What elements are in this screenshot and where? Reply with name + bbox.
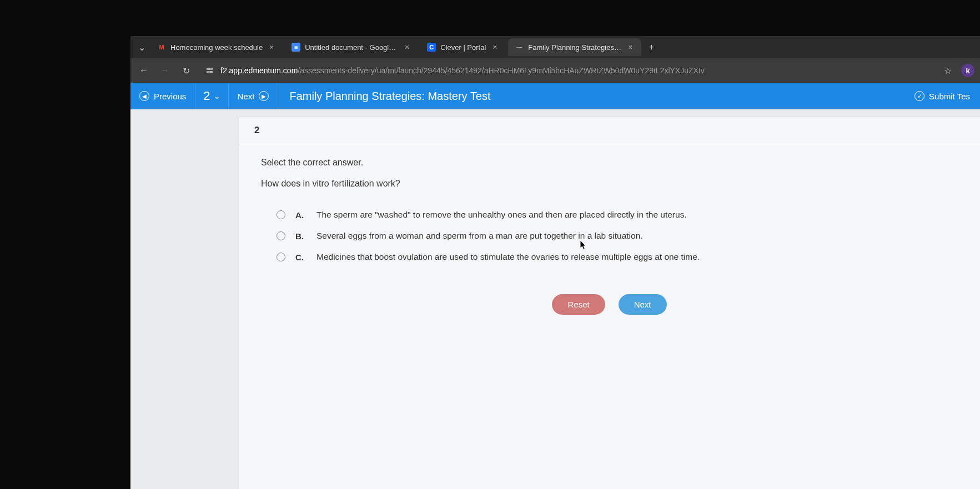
answer-letter: C.: [295, 253, 306, 262]
close-icon[interactable]: ×: [403, 43, 411, 52]
action-buttons: Reset Next: [261, 294, 958, 315]
next-button[interactable]: Next ▶: [229, 83, 279, 109]
question-card: 2 Select the correct answer. How does in…: [239, 117, 980, 489]
radio-icon: [277, 210, 285, 219]
next-question-button[interactable]: Next: [619, 294, 667, 315]
tab-title: Untitled document - Google D: [305, 43, 398, 52]
site-settings-icon[interactable]: [205, 65, 215, 75]
radio-icon: [277, 231, 285, 240]
answer-option-a[interactable]: A. The sperm are "washed" to remove the …: [277, 204, 958, 225]
extension-icon[interactable]: k: [961, 64, 974, 77]
reset-button[interactable]: Reset: [552, 294, 605, 315]
favicon-gmail: M: [157, 43, 166, 52]
arrow-left-icon: ◀: [139, 91, 149, 101]
tab-strip: ⌄ M Homecoming week schedule × ≡ Untitle…: [130, 36, 980, 58]
current-question-number: 2: [203, 89, 210, 103]
submit-label: Submit Tes: [929, 92, 970, 101]
radio-icon: [277, 253, 285, 261]
answer-text: Medicines that boost ovulation are used …: [316, 252, 700, 262]
forward-button[interactable]: →: [157, 63, 173, 78]
answer-options: A. The sperm are "washed" to remove the …: [277, 204, 958, 268]
address-bar: ← → ↻ f2.app.edmentum.com/assessments-de…: [130, 58, 980, 83]
svg-point-2: [208, 68, 210, 70]
tab-clever[interactable]: C Clever | Portal ×: [420, 38, 506, 56]
check-icon: ✓: [914, 91, 924, 101]
question-text: How does in vitro fertilization work?: [261, 179, 958, 189]
answer-text: Several eggs from a woman and sperm from…: [316, 231, 643, 241]
answer-letter: A.: [295, 210, 306, 220]
answer-text: The sperm are "washed" to remove the unh…: [316, 210, 687, 220]
next-label: Next: [238, 92, 255, 101]
url-text: f2.app.edmentum.com/assessments-delivery…: [220, 66, 705, 75]
tab-google-docs[interactable]: ≡ Untitled document - Google D ×: [285, 38, 418, 56]
tab-title: Homecoming week schedule: [170, 43, 263, 52]
question-number-bar: 2: [239, 117, 980, 144]
chevron-down-icon: ⌄: [138, 42, 145, 53]
answer-option-b[interactable]: B. Several eggs from a woman and sperm f…: [277, 225, 958, 246]
previous-label: Previous: [154, 92, 186, 101]
submit-test-button[interactable]: ✓ Submit Tes: [904, 83, 980, 109]
close-icon[interactable]: ×: [267, 43, 276, 52]
new-tab-button[interactable]: +: [644, 39, 659, 55]
close-icon[interactable]: ×: [626, 43, 635, 52]
svg-point-3: [210, 72, 212, 73]
tab-title: Clever | Portal: [440, 43, 486, 52]
back-button[interactable]: ←: [136, 63, 152, 78]
favicon-clever: C: [427, 43, 436, 52]
close-icon[interactable]: ×: [490, 43, 499, 52]
answer-letter: B.: [295, 231, 306, 241]
tab-title: Family Planning Strategies: M: [528, 43, 621, 52]
question-selector[interactable]: 2 ⌄: [195, 83, 228, 109]
question-body: Select the correct answer. How does in v…: [239, 144, 980, 337]
tab-edmentum[interactable]: — Family Planning Strategies: M ×: [508, 38, 641, 56]
chevron-down-icon: ⌄: [214, 92, 220, 100]
content-area: 2 Select the correct answer. How does in…: [130, 109, 980, 489]
favicon-edmentum: —: [515, 43, 524, 52]
browser-window: ⌄ M Homecoming week schedule × ≡ Untitle…: [130, 36, 980, 489]
reload-button[interactable]: ↻: [178, 63, 194, 78]
answer-option-c[interactable]: C. Medicines that boost ovulation are us…: [277, 246, 958, 268]
left-gutter: [130, 109, 239, 489]
tab-gmail[interactable]: M Homecoming week schedule ×: [150, 38, 283, 56]
question-instruction: Select the correct answer.: [261, 158, 958, 168]
tab-search-button[interactable]: ⌄: [135, 41, 148, 54]
url-bar[interactable]: f2.app.edmentum.com/assessments-delivery…: [199, 62, 934, 79]
question-number: 2: [254, 125, 259, 135]
previous-button[interactable]: ◀ Previous: [130, 83, 195, 109]
favicon-docs: ≡: [292, 43, 300, 52]
assessment-header: ◀ Previous 2 ⌄ Next ▶ Family Planning St…: [130, 83, 980, 109]
assessment-title: Family Planning Strategies: Mastery Test: [278, 90, 904, 103]
arrow-right-icon: ▶: [259, 91, 269, 101]
bookmark-button[interactable]: ☆: [940, 63, 956, 78]
